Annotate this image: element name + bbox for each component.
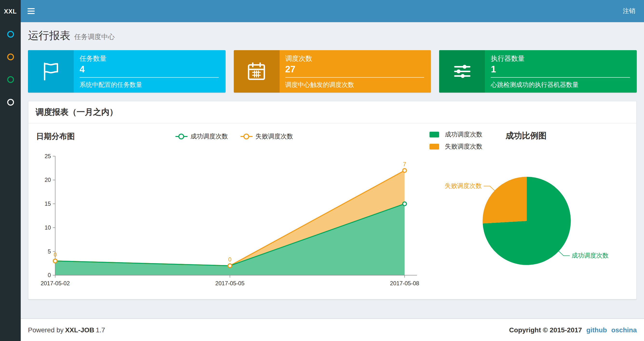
info-box-jobs[interactable]: 任务数量 4 系统中配置的任务数量: [28, 50, 225, 93]
info-box-value: 27: [285, 64, 424, 75]
info-box-description: 系统中配置的任务数量: [80, 81, 218, 89]
top-navbar: XXL 注销: [0, 0, 644, 22]
menu-dot-jobs[interactable]: [7, 54, 14, 60]
legend-item[interactable]: 成功调度次数: [430, 130, 482, 139]
info-box-title: 执行器数量: [491, 55, 630, 63]
svg-text:2017-05-08: 2017-05-08: [390, 280, 419, 286]
menu-dot-executors[interactable]: [7, 76, 14, 83]
report-panel: 调度报表（一月之内） 日期分布图 成功调度次数失败调度次数 0510152025…: [28, 101, 637, 300]
logout-link[interactable]: 注销: [614, 0, 644, 22]
svg-text:7: 7: [403, 161, 406, 167]
footer-powered-prefix: Powered by: [28, 326, 64, 334]
footer-product: XXL-JOB: [65, 326, 94, 334]
flag-icon: [28, 50, 74, 93]
calendar-icon: [234, 50, 279, 93]
footer-link-github[interactable]: github: [586, 326, 607, 334]
svg-text:2017-05-02: 2017-05-02: [40, 280, 70, 286]
footer-copyright-row: Copyright © 2015-2017githuboschina: [509, 326, 637, 334]
report-panel-body: 日期分布图 成功调度次数失败调度次数 05101520252017-05-022…: [28, 124, 636, 299]
info-box-content: 任务数量 4 系统中配置的任务数量: [74, 50, 225, 93]
sliders-icon: [440, 50, 485, 93]
info-box-content: 执行器数量 1 心跳检测成功的执行器机器数量: [485, 50, 637, 93]
line-chart: 05101520252017-05-022017-05-052017-05-08…: [36, 149, 423, 291]
info-box-executors[interactable]: 执行器数量 1 心跳检测成功的执行器机器数量: [440, 50, 637, 93]
legend-item[interactable]: 失败调度次数: [430, 142, 482, 151]
svg-text:10: 10: [44, 224, 51, 231]
info-box-title: 任务数量: [80, 55, 218, 63]
footer-link-oschina[interactable]: oschina: [611, 326, 637, 334]
page-subtitle: 任务调度中心: [74, 33, 115, 42]
hamburger-icon: [27, 8, 34, 14]
info-box-row: 任务数量 4 系统中配置的任务数量: [28, 50, 637, 93]
info-box-description: 调度中心触发的调度次数: [285, 81, 424, 89]
body-row: 运行报表 任务调度中心 任务数量 4: [0, 22, 644, 341]
sidebar-menu: [0, 22, 21, 341]
footer-copyright: Copyright © 2015-2017: [509, 326, 582, 334]
pie-chart-legend: 成功调度次数失败调度次数: [430, 130, 482, 151]
pie-chart-title: 成功比例图: [506, 130, 547, 141]
page-header: 运行报表 任务调度中心: [28, 22, 637, 43]
pie-chart: 成功调度次数失败调度次数: [430, 162, 628, 280]
pie-chart-header: 成功调度次数失败调度次数 成功比例图: [430, 130, 628, 151]
page-title: 运行报表: [28, 29, 70, 43]
main-column: 运行报表 任务调度中心 任务数量 4: [21, 22, 644, 341]
info-box-divider: [491, 77, 630, 78]
menu-dot-help[interactable]: [7, 99, 14, 106]
svg-text:0: 0: [54, 251, 57, 258]
svg-text:15: 15: [44, 201, 51, 207]
info-box-description: 心跳检测成功的执行器机器数量: [491, 81, 630, 89]
info-box-divider: [285, 77, 424, 78]
legend-item[interactable]: 失败调度次数: [240, 132, 293, 141]
page-footer: Powered byXXL-JOB1.7 Copyright © 2015-20…: [21, 318, 644, 341]
date-distribution-section: 日期分布图 成功调度次数失败调度次数 05101520252017-05-022…: [36, 130, 423, 291]
content-area: 运行报表 任务调度中心 任务数量 4: [21, 22, 644, 318]
line-chart-header: 日期分布图 成功调度次数失败调度次数: [36, 130, 423, 143]
info-box-value: 4: [80, 64, 218, 75]
info-box-content: 调度次数 27 调度中心触发的调度次数: [279, 50, 431, 93]
info-box-triggers[interactable]: 调度次数 27 调度中心触发的调度次数: [234, 50, 431, 93]
svg-text:成功调度次数: 成功调度次数: [572, 252, 608, 259]
menu-dot-report[interactable]: [7, 31, 14, 38]
app-root: XXL 注销 运行报表 任务调度中心: [0, 0, 644, 341]
svg-text:20: 20: [44, 177, 51, 183]
info-box-divider: [80, 77, 218, 78]
svg-text:2017-05-05: 2017-05-05: [215, 280, 244, 286]
info-box-title: 调度次数: [285, 55, 424, 63]
line-chart-legend: 成功调度次数失败调度次数: [75, 132, 394, 141]
svg-text:失败调度次数: 失败调度次数: [445, 182, 482, 189]
info-box-value: 1: [491, 64, 630, 75]
line-chart-title: 日期分布图: [36, 131, 75, 142]
legend-item[interactable]: 成功调度次数: [176, 132, 228, 141]
svg-text:25: 25: [44, 153, 51, 159]
success-ratio-section: 成功调度次数失败调度次数 成功比例图 成功调度次数失败调度次数: [423, 130, 628, 291]
footer-version: 1.7: [96, 326, 105, 334]
app-logo[interactable]: XXL: [0, 0, 21, 22]
svg-text:5: 5: [48, 248, 51, 255]
navbar-spacer: [41, 0, 614, 22]
svg-text:0: 0: [48, 272, 51, 278]
svg-text:0: 0: [228, 256, 232, 263]
report-panel-title: 调度报表（一月之内）: [28, 101, 636, 124]
footer-powered: Powered byXXL-JOB1.7: [28, 326, 105, 334]
sidebar-toggle-button[interactable]: [21, 0, 41, 22]
footer-links: githuboschina: [582, 326, 637, 334]
